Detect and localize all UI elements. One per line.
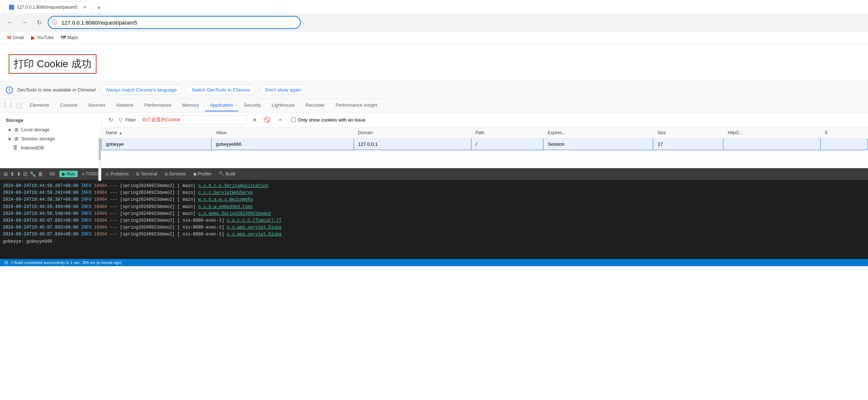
tab-security[interactable]: Security	[239, 99, 266, 111]
filter-label: Filter	[125, 117, 136, 123]
tab-performance[interactable]: Performance	[139, 99, 176, 111]
tab-favicon	[9, 5, 14, 10]
page-content: 打印 Cookie 成功	[0, 43, 868, 81]
dont-show-again-button[interactable]: Don't show again	[260, 85, 307, 95]
cookie-name: gobeyye	[102, 139, 211, 150]
ide-tab-problems[interactable]: ⚠ Problems	[102, 171, 132, 177]
devtools-tab-bar: ⋮⋮ ⬚ Elements Console Sources Network Pe…	[0, 99, 868, 112]
cookie-toolbar: ↻ ▽ Filter ✕ 🚫 × Only show cookies with …	[101, 112, 868, 127]
tab-title: 127.0.0.1:8080/request/param5	[17, 5, 77, 10]
tab-sources[interactable]: Sources	[83, 99, 111, 111]
col-size[interactable]: Size	[653, 127, 723, 139]
grid-icon-local: ⊞	[14, 127, 18, 132]
reload-button[interactable]: ↻	[33, 17, 45, 28]
arrow-icon-session: ▶	[9, 137, 12, 141]
ide-tab-git[interactable]: Git	[47, 171, 58, 177]
name-sort[interactable]: Name ▲	[106, 130, 207, 135]
switch-devtools-button[interactable]: Switch DevTools to Chinese	[187, 85, 256, 95]
sidebar-item-session-storage[interactable]: ▶ ⊞ Session storage	[0, 134, 101, 143]
ide-tab-services[interactable]: ◎ Services	[162, 171, 189, 177]
ide-tab-profiler[interactable]: ◉ Profiler	[190, 171, 214, 177]
sort-arrow-name: ▲	[119, 131, 123, 135]
ide-tab-todo[interactable]: ≡ TODO	[79, 171, 101, 177]
scrollbar-thumb	[99, 138, 101, 160]
cookie-issue-checkbox[interactable]	[291, 118, 296, 122]
ide-tab-terminal[interactable]: ⊟ Terminal	[133, 171, 160, 177]
ide-sidebar-icon-6[interactable]: 🗑	[37, 170, 44, 178]
col-expires[interactable]: Expires...	[543, 127, 653, 139]
page-heading: 打印 Cookie 成功	[9, 54, 97, 74]
col-name[interactable]: Name ▲	[102, 127, 211, 139]
log-cookie-line: gobeyye: gobeyye666	[3, 238, 865, 245]
always-match-button[interactable]: Always match Chrome's language	[101, 85, 182, 95]
tab-performance-insight[interactable]: Performance insight	[330, 99, 382, 111]
bookmark-maps-label: Maps	[67, 35, 78, 40]
sidebar-session-storage-label: Session storage	[21, 136, 55, 141]
delete-button[interactable]: ×	[275, 115, 285, 125]
ide-sidebar-icon-3[interactable]: ⬇	[16, 170, 22, 178]
sidebar-item-local-storage[interactable]: ▶ ⊞ Local storage	[0, 125, 101, 134]
bookmark-gmail-label: Gmail	[13, 35, 24, 40]
sidebar-scrollbar[interactable]	[98, 137, 101, 168]
clear-all-button[interactable]: 🚫	[262, 115, 272, 125]
address-bar[interactable]	[48, 16, 301, 29]
maps-icon: 🗺	[61, 35, 66, 41]
col-s[interactable]: S	[820, 127, 868, 139]
tab-network[interactable]: Network	[111, 99, 139, 111]
nav-bar: ← → ↻ ⓘ	[0, 13, 868, 32]
ide-status-text: // Build completed successfully in 1 sec…	[11, 260, 122, 265]
bookmark-maps[interactable]: 🗺 Maps	[58, 34, 81, 41]
info-icon: i	[6, 86, 13, 94]
cookie-path: /	[471, 139, 543, 150]
sidebar-indexeddb-label: IndexedDB	[21, 145, 44, 150]
sidebar-local-storage-label: Local storage	[21, 127, 50, 132]
browser-chrome: 127.0.0.1:8080/request/param5 × + ← → ↻ …	[0, 0, 868, 43]
cookie-value: gobeyye666	[211, 139, 354, 150]
col-path[interactable]: Path	[471, 127, 543, 139]
cookie-filter-input[interactable]	[139, 115, 247, 124]
refresh-button[interactable]: ↻	[106, 115, 116, 125]
back-button[interactable]: ←	[4, 17, 16, 28]
youtube-icon: ▶	[31, 35, 35, 41]
col-domain[interactable]: Domain	[354, 127, 471, 139]
tab-console[interactable]: Console	[55, 99, 82, 111]
tab-elements[interactable]: Elements	[25, 99, 54, 111]
bookmark-youtube-label: YouTube	[37, 35, 54, 40]
tab-close-icon[interactable]: ×	[83, 4, 86, 10]
new-tab-btn[interactable]: +	[94, 3, 104, 13]
tab-lighthouse[interactable]: Lighthouse	[266, 99, 300, 111]
cookie-domain: 127.0.0.1	[354, 139, 471, 150]
ide-sidebar-icon-2[interactable]: ⬆	[9, 170, 15, 178]
active-tab[interactable]: 127.0.0.1:8080/request/param5 ×	[3, 1, 93, 13]
cookie-s	[820, 139, 868, 150]
cookie-table: Name ▲ Value Domain Path Expires... Size…	[101, 127, 868, 168]
tab-memory[interactable]: Memory	[177, 99, 204, 111]
sidebar-item-indexeddb[interactable]: 🗄 IndexedDB	[0, 143, 101, 152]
ide-sidebar-icon-4[interactable]: ⊟	[22, 170, 28, 178]
gmail-icon: M	[7, 35, 11, 40]
log-line-6: 2024-09-24T19:45:07.894+08:00 INFO 18904…	[3, 231, 865, 238]
cookie-http	[723, 139, 820, 150]
filter-clear-x-icon[interactable]: ✕	[250, 116, 259, 124]
devtools-menu-icon[interactable]: ⋮⋮	[3, 101, 13, 111]
ide-sidebar-icon-1[interactable]: ⊞	[3, 170, 9, 178]
cookie-area: ↻ ▽ Filter ✕ 🚫 × Only show cookies with …	[101, 112, 868, 168]
log-line-4: 2024-09-24T19:45:07.892+08:00 INFO 18904…	[3, 217, 865, 224]
cookie-size: 17	[653, 139, 723, 150]
tab-application[interactable]: Application	[205, 99, 238, 111]
col-value[interactable]: Value	[211, 127, 354, 139]
sidebar-section-title: Storage	[0, 115, 101, 125]
devtools-inspect-icon[interactable]: ⬚	[14, 101, 24, 111]
bookmark-youtube[interactable]: ▶ YouTube	[28, 34, 56, 41]
table-row[interactable]: gobeyye gobeyye666 127.0.0.1 / Session 1…	[102, 139, 868, 150]
cookie-table-header: Name ▲ Value Domain Path Expires... Size…	[102, 127, 868, 139]
ide-sidebar-icon-5[interactable]: 🔧	[29, 170, 37, 178]
ide-tab-run[interactable]: ▶ Run	[59, 171, 77, 177]
cookie-expires: Session	[543, 139, 653, 150]
col-http[interactable]: HttpO...	[723, 127, 820, 139]
forward-button[interactable]: →	[19, 17, 30, 28]
log-line-3: 2024-09-24T19:44:59.548+08:00 INFO 18904…	[3, 210, 865, 217]
ide-tab-build[interactable]: 🔨 Build	[216, 171, 238, 177]
tab-recorder[interactable]: Recorder	[300, 99, 330, 111]
bookmark-gmail[interactable]: M Gmail	[4, 34, 27, 41]
